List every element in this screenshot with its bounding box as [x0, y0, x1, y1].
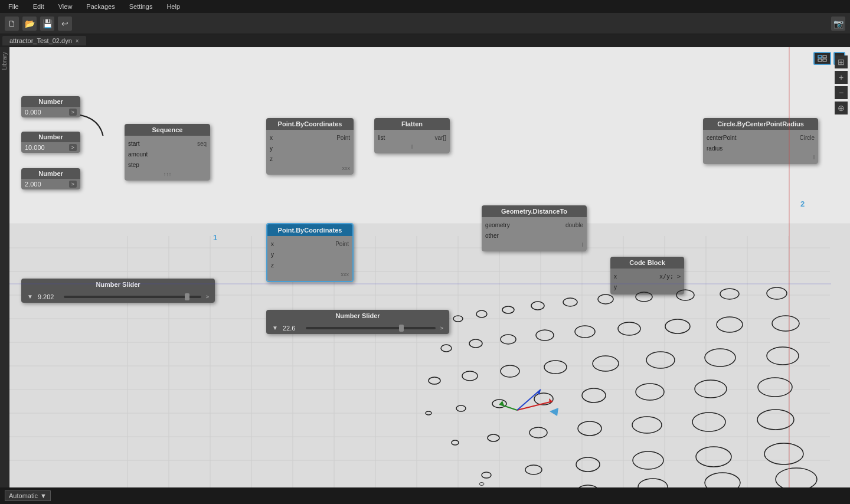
number3-value[interactable]: 2.000 — [25, 181, 67, 188]
zoom-in[interactable]: + — [835, 71, 848, 84]
dropdown-arrow: ▼ — [40, 492, 47, 499]
number3-body: 2.000 > — [21, 179, 80, 189]
conn-label-1: 1 — [213, 233, 217, 242]
geodist-other-label: other — [485, 233, 499, 239]
save-button[interactable]: 💾 — [40, 17, 54, 31]
sequence-row-step: step — [125, 159, 210, 170]
run-mode-dropdown[interactable]: Automatic ▼ — [5, 490, 51, 501]
screenshot-button[interactable]: 📷 — [831, 17, 845, 31]
point-coords-node-2: Point.ByCoordinates x Point y z xxx — [266, 223, 354, 282]
geodist-header: Geometry.DistanceTo — [482, 205, 587, 217]
title-bar: File Edit View Packages Settings Help — [0, 0, 850, 13]
zoom-center[interactable]: ⊕ — [835, 102, 848, 114]
sequence-node: Sequence start seq amount step ↑↑↑ — [125, 124, 210, 181]
undo-button[interactable]: ↩ — [58, 17, 72, 31]
tab-title: attractor_Test_02.dyn — [9, 37, 72, 44]
codeblock-row-y: y — [610, 282, 684, 292]
sequence-footer: ↑↑↑ — [125, 170, 210, 178]
number1-run[interactable]: > — [69, 109, 77, 116]
point2-row-x: x Point — [267, 238, 352, 249]
flatten-row: list var[] — [374, 132, 450, 143]
point2-row-y: y — [267, 249, 352, 260]
sequence-output-label: seq — [197, 140, 207, 147]
slider1-run[interactable]: > — [204, 293, 211, 300]
point1-output: Point — [336, 135, 350, 141]
sequence-step-label: step — [128, 162, 139, 168]
slider2-expand[interactable]: ▼ — [270, 324, 280, 332]
geodist-body: geometry double other l — [482, 217, 587, 251]
slider2-value: 22.6 — [283, 325, 303, 332]
zoom-out[interactable]: − — [835, 86, 848, 99]
tab-bar: attractor_Test_02.dyn × — [0, 34, 850, 47]
slider2-thumb[interactable] — [399, 325, 404, 332]
number2-run[interactable]: > — [69, 144, 77, 151]
menu-file[interactable]: File — [5, 2, 22, 11]
number-node-2: Number 10.000 > — [21, 132, 80, 153]
sequence-header: Sequence — [125, 124, 210, 136]
circle-footer: l — [703, 153, 818, 162]
number-node-1: Number 0.000 > — [21, 96, 80, 117]
geodist-output: double — [565, 222, 583, 228]
number-node-3: Number 2.000 > — [21, 168, 80, 189]
menu-settings[interactable]: Settings — [126, 2, 156, 11]
geometry-distance-node: Geometry.DistanceTo geometry double othe… — [482, 205, 587, 251]
run-mode-label: Automatic — [9, 492, 38, 499]
slider1-body: ▼ 9.202 > — [21, 290, 215, 303]
slider2-run[interactable]: > — [438, 325, 446, 332]
flatten-node: Flatten list var[] l — [374, 118, 450, 153]
slider2-header: Number Slider — [266, 310, 449, 322]
circle-radius-label: radius — [707, 145, 722, 152]
codeblock-row-x: x x/y; > — [610, 271, 684, 282]
zoom-fit[interactable]: ⊞ — [835, 55, 848, 68]
flatten-header: Flatten — [374, 118, 450, 130]
flatten-output: var[] — [435, 135, 446, 141]
slider1-header: Number Slider — [21, 279, 215, 290]
number2-header: Number — [21, 132, 80, 142]
codeblock-body: x x/y; > y — [610, 269, 684, 294]
viewport-btn-1[interactable] — [813, 52, 831, 65]
slider-node-1: Number Slider ▼ 9.202 > — [21, 279, 215, 303]
open-button[interactable]: 📂 — [22, 17, 37, 31]
slider1-expand[interactable]: ▼ — [25, 293, 35, 300]
flatten-list-label: list — [378, 135, 385, 141]
menu-help[interactable]: Help — [163, 2, 184, 11]
point2-y-label: y — [271, 251, 274, 258]
geodist-row-other: other — [482, 230, 587, 241]
point2-header: Point.ByCoordinates — [267, 224, 352, 236]
point2-z-label: z — [271, 262, 274, 269]
point1-x-label: x — [270, 135, 273, 141]
number2-body: 10.000 > — [21, 142, 80, 153]
slider1-track[interactable] — [64, 296, 201, 298]
circle-row-radius: radius — [703, 143, 818, 153]
menu-edit[interactable]: Edit — [30, 2, 48, 11]
sidebar: Library — [0, 47, 9, 487]
sequence-body: start seq amount step ↑↑↑ — [125, 136, 210, 181]
number3-header: Number — [21, 168, 80, 179]
number2-value[interactable]: 10.000 — [25, 144, 67, 151]
number3-run[interactable]: > — [69, 181, 77, 188]
library-label[interactable]: Library — [1, 52, 8, 70]
slider1-thumb[interactable] — [185, 293, 189, 300]
sequence-row-start: start seq — [125, 138, 210, 149]
svg-rect-95 — [823, 55, 826, 58]
slider2-track[interactable] — [306, 327, 436, 329]
new-button[interactable]: 🗋 — [5, 17, 19, 31]
codeblock-x-label: x — [614, 273, 617, 280]
number1-body: 0.000 > — [21, 107, 80, 117]
circle-body: centerPoint Circle radius l — [703, 130, 818, 164]
number1-value[interactable]: 0.000 — [25, 109, 67, 116]
geodist-geometry-label: geometry — [485, 222, 510, 228]
canvas[interactable]: Number 0.000 > Number 10.000 > Number 2.… — [9, 47, 850, 487]
point1-z-label: z — [270, 156, 273, 162]
codeblock-header: Code Block — [610, 257, 684, 269]
close-icon[interactable]: × — [76, 38, 79, 44]
code-block-node: Code Block x x/y; > y — [610, 257, 684, 294]
sequence-row-amount: amount — [125, 149, 210, 159]
menu-packages[interactable]: Packages — [83, 2, 118, 11]
menu-view[interactable]: View — [55, 2, 76, 11]
circle-center-label: centerPoint — [707, 135, 737, 141]
active-tab[interactable]: attractor_Test_02.dyn × — [2, 36, 86, 45]
point1-row-y: y — [266, 143, 354, 153]
toolbar: 🗋 📂 💾 ↩ 📷 — [0, 13, 850, 34]
geodist-row-geo: geometry double — [482, 220, 587, 230]
